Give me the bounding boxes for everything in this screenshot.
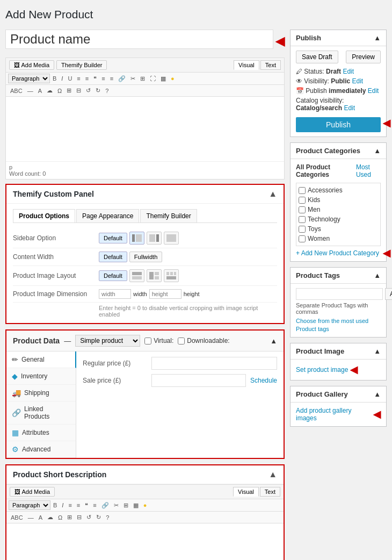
tags-toggle[interactable]: ▲ xyxy=(374,271,381,279)
cat-kids-checkbox[interactable] xyxy=(299,197,306,204)
redo-btn[interactable]: ↻ xyxy=(93,86,103,95)
status-edit-link[interactable]: Edit xyxy=(343,68,354,75)
product-gallery-toggle[interactable]: ▲ xyxy=(374,390,381,398)
font-color-btn[interactable]: A xyxy=(36,87,44,95)
publish-header[interactable]: Publish ▲ xyxy=(291,30,386,46)
tab-themify-builder[interactable]: Themify Builder xyxy=(140,209,197,222)
tags-choose-link[interactable]: Choose from the most used Product tags xyxy=(296,318,368,332)
image-layout-default-btn[interactable]: Default xyxy=(99,270,127,281)
cat-men-checkbox[interactable] xyxy=(299,206,306,213)
align-left-btn[interactable]: ≡ xyxy=(99,74,107,83)
ul-btn[interactable]: ≡ xyxy=(75,74,82,83)
tab-attributes[interactable]: ▦ Attributes xyxy=(6,425,76,441)
themify-builder-button[interactable]: Themify Builder xyxy=(56,60,107,70)
virtual-checkbox[interactable] xyxy=(144,338,151,344)
all-categories-tab[interactable]: All Product Categories xyxy=(296,163,352,178)
save-draft-btn[interactable]: Save Draft xyxy=(296,51,338,63)
regular-price-input[interactable] xyxy=(151,357,277,370)
image-layout3-btn[interactable] xyxy=(164,269,179,282)
abc-btn[interactable]: ABC xyxy=(8,87,25,95)
sd-paste-btn[interactable]: ☁ xyxy=(45,513,55,522)
add-gallery-link[interactable]: Add product gallery images xyxy=(296,407,371,422)
ol-btn[interactable]: ≡ xyxy=(83,74,91,83)
short-desc-editor-content[interactable] xyxy=(6,523,284,560)
product-data-toggle[interactable]: ▲ xyxy=(270,337,277,345)
sd-undo-btn[interactable]: ↺ xyxy=(84,513,93,522)
tags-input[interactable] xyxy=(296,288,383,300)
add-category-link[interactable]: + Add New Product Category xyxy=(296,249,379,257)
content-fullwidth-btn[interactable]: Fullwidth xyxy=(129,252,162,262)
align-center-btn[interactable]: ≡ xyxy=(108,74,115,83)
special-char-btn[interactable]: Ω xyxy=(55,87,64,95)
link-btn[interactable]: 🔗 xyxy=(116,74,128,83)
editor-content[interactable] xyxy=(6,97,284,161)
paragraph-select[interactable]: Paragraph xyxy=(8,74,50,83)
height-input[interactable] xyxy=(149,289,182,299)
toolbar-icon1[interactable]: ▦ xyxy=(158,74,168,83)
tab-page-appearance[interactable]: Page Appearance xyxy=(76,209,139,222)
most-used-tab[interactable]: Most Used xyxy=(356,163,381,178)
preview-btn[interactable]: Preview xyxy=(346,51,381,63)
emoji-btn[interactable]: ● xyxy=(169,74,177,83)
image-layout2-btn[interactable] xyxy=(147,269,162,282)
short-description-header[interactable]: Product Short Description ▲ xyxy=(6,465,284,484)
image-layout1-btn[interactable] xyxy=(129,269,144,282)
sd-insert-btn[interactable]: ⊞ xyxy=(121,501,130,510)
tags-add-btn[interactable]: Add xyxy=(385,288,392,300)
sd-font-btn[interactable]: A xyxy=(37,513,45,522)
categories-header[interactable]: Product Categories ▲ xyxy=(291,143,386,159)
themify-panel-header[interactable]: Themify Custom Panel ▲ xyxy=(6,185,284,204)
publish-btn[interactable]: Publish xyxy=(296,117,381,132)
cat-technology-checkbox[interactable] xyxy=(299,216,306,223)
sidebar-layout1-btn[interactable] xyxy=(129,232,144,245)
themify-panel-toggle[interactable]: ▲ xyxy=(268,189,277,199)
short-desc-text-tab[interactable]: Text xyxy=(260,487,280,497)
sd-redo-btn[interactable]: ↻ xyxy=(94,513,103,522)
categories-toggle[interactable]: ▲ xyxy=(374,147,381,155)
insert-btn[interactable]: ⊞ xyxy=(138,74,147,83)
add-media-button[interactable]: 🖼 Add Media xyxy=(9,60,54,70)
product-image-header[interactable]: Product Image ▲ xyxy=(291,343,386,360)
tags-header[interactable]: Product Tags ▲ xyxy=(291,268,386,284)
visual-tab[interactable]: Visual xyxy=(234,60,259,70)
width-input[interactable] xyxy=(99,289,131,299)
sd-indent-btn[interactable]: ⊞ xyxy=(65,513,74,522)
sd-italic-btn[interactable]: I xyxy=(60,501,66,509)
unlink-btn[interactable]: ✂ xyxy=(128,74,137,83)
short-desc-add-media-btn[interactable]: 🖼 Add Media xyxy=(10,487,55,497)
sd-emoji-btn[interactable]: ● xyxy=(141,501,149,509)
downloadable-checkbox[interactable] xyxy=(178,338,185,344)
underline-btn[interactable]: U xyxy=(66,74,74,83)
sd-ol-btn[interactable]: ≡ xyxy=(75,501,82,509)
visibility-edit-link[interactable]: Edit xyxy=(352,77,364,85)
blockquote-btn[interactable]: ❝ xyxy=(91,74,99,83)
italic-btn[interactable]: I xyxy=(59,74,65,83)
product-name-input[interactable] xyxy=(5,30,273,49)
bold-btn[interactable]: B xyxy=(50,74,59,83)
tab-shipping[interactable]: 🚚 Shipping xyxy=(6,385,76,401)
product-gallery-header[interactable]: Product Gallery ▲ xyxy=(291,386,386,403)
sidebar-layout2-btn[interactable] xyxy=(147,232,162,245)
tab-product-options[interactable]: Product Options xyxy=(13,209,75,222)
sd-omega-btn[interactable]: Ω xyxy=(56,513,64,522)
short-desc-paragraph-select[interactable]: Paragraph xyxy=(9,500,50,510)
publish-toggle[interactable]: ▲ xyxy=(374,34,381,42)
tab-advanced[interactable]: ⚙ Advanced xyxy=(6,441,76,458)
short-description-toggle[interactable]: ▲ xyxy=(268,470,277,479)
sd-help-btn[interactable]: ? xyxy=(104,513,111,522)
tab-linked-products[interactable]: 🔗 Linked Products xyxy=(6,401,76,425)
tab-inventory[interactable]: ◆ Inventory xyxy=(6,368,76,385)
product-type-select[interactable]: Simple product Variable product Grouped … xyxy=(75,335,140,347)
sd-link-btn[interactable]: 🔗 xyxy=(99,501,111,510)
hr-btn[interactable]: — xyxy=(25,87,35,95)
cat-accessories-checkbox[interactable] xyxy=(299,187,306,194)
short-desc-visual-tab[interactable]: Visual xyxy=(233,487,259,497)
undo-btn[interactable]: ↺ xyxy=(84,86,93,95)
indent-btn[interactable]: ⊞ xyxy=(64,86,74,95)
sd-outdent-btn[interactable]: ⊟ xyxy=(75,513,84,522)
sidebar-layout3-btn[interactable] xyxy=(164,232,179,245)
tab-general[interactable]: ✏ General xyxy=(6,351,76,368)
sd-abc-btn[interactable]: ABC xyxy=(9,513,25,522)
sd-ul-btn[interactable]: ≡ xyxy=(66,501,74,509)
product-image-toggle[interactable]: ▲ xyxy=(374,347,381,355)
